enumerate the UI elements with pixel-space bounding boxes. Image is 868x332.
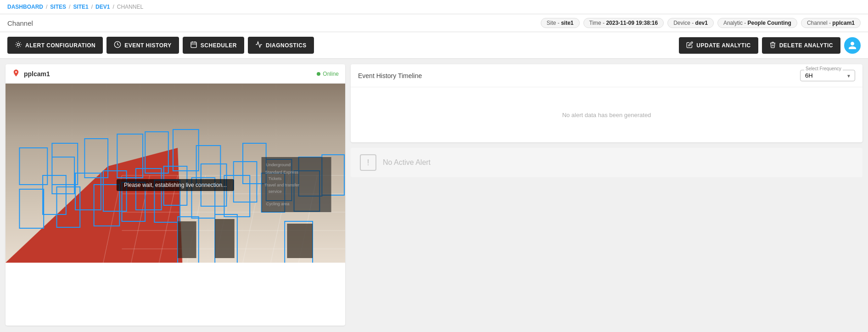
scheduler-label: SCHEDULER xyxy=(201,42,237,49)
info-bar: Channel Site - site1 Time - 2023-11-09 1… xyxy=(0,14,868,32)
no-data-text: No alert data has been generated xyxy=(562,112,651,118)
alert-status-text: No Active Alert xyxy=(383,158,431,167)
breadcrumb-sep-4: / xyxy=(112,4,114,10)
alert-status-card: ! No Active Alert xyxy=(351,148,862,177)
update-icon xyxy=(686,41,693,50)
feed-overlay-text: Please wait, establishing live connectio… xyxy=(117,179,234,191)
camera-name: pplcam1 xyxy=(24,70,50,78)
site-label: Site - xyxy=(547,20,560,26)
toolbar-left: ALERT CONFIGURATION EVENT HISTORY SCHEDU… xyxy=(7,37,314,54)
breadcrumb-sep-1: / xyxy=(46,4,47,10)
breadcrumb-dashboard[interactable]: DASHBOARD xyxy=(7,4,43,10)
site-pill: Site - site1 xyxy=(541,18,580,28)
update-analytic-label: UPDATE ANALYTIC xyxy=(696,42,750,49)
alert-config-icon xyxy=(15,41,22,50)
camera-title: pplcam1 xyxy=(12,69,50,79)
svg-point-0 xyxy=(17,43,19,45)
breadcrumb-dev1[interactable]: DEV1 xyxy=(95,4,110,10)
event-history-title: Event History Timeline xyxy=(358,72,422,79)
alert-config-label: ALERT CONFIGURATION xyxy=(25,42,95,49)
online-indicator xyxy=(317,72,320,76)
meta-items: Site - site1 Time - 2023-11-09 19:38:16 … xyxy=(541,18,861,28)
analytic-pill: Analytic - People Counting xyxy=(717,18,797,28)
diagnostics-label: DIAGNOSTICS xyxy=(266,42,307,49)
scheduler-button[interactable]: SCHEDULER xyxy=(183,37,244,54)
main-content: pplcam1 Online Please wait, establishing… xyxy=(0,59,868,331)
breadcrumb-sep-3: / xyxy=(91,4,93,10)
event-history-header: Event History Timeline Select Frequency … xyxy=(351,64,862,87)
breadcrumb-site1[interactable]: SITE1 xyxy=(73,4,88,10)
event-history-body: No alert data has been generated xyxy=(351,87,862,142)
frequency-selector-wrapper[interactable]: Select Frequency 6H 12H 24H 48H 7D ▼ xyxy=(800,70,855,81)
feed-canvas xyxy=(6,84,345,263)
camera-status: Online xyxy=(317,71,339,77)
camera-panel: pplcam1 Online Please wait, establishing… xyxy=(6,64,345,326)
exclamation-icon: ! xyxy=(367,158,369,168)
svg-rect-2 xyxy=(191,42,196,48)
update-analytic-button[interactable]: UPDATE ANALYTIC xyxy=(679,37,758,54)
event-history-label: EVENT HISTORY xyxy=(124,42,172,49)
scheduler-icon xyxy=(190,41,197,50)
toolbar-right: UPDATE ANALYTIC DELETE ANALYTIC xyxy=(679,37,861,54)
alert-icon-box: ! xyxy=(360,154,376,171)
device-pill: Device - dev1 xyxy=(667,18,714,28)
event-history-button[interactable]: EVENT HISTORY xyxy=(106,37,179,54)
camera-icon xyxy=(12,69,20,79)
right-panel: Event History Timeline Select Frequency … xyxy=(351,64,862,326)
breadcrumb-sites[interactable]: SITES xyxy=(50,4,66,10)
page-title: Channel xyxy=(7,19,33,27)
analytic-value: People Counting xyxy=(748,20,791,26)
device-label: Device - xyxy=(673,20,694,26)
diagnostics-button[interactable]: DIAGNOSTICS xyxy=(248,37,314,54)
site-value: site1 xyxy=(561,20,573,26)
camera-feed: Please wait, establishing live connectio… xyxy=(6,84,345,263)
chevron-down-icon: ▼ xyxy=(846,73,851,78)
frequency-label: Select Frequency xyxy=(804,66,843,71)
camera-header: pplcam1 Online xyxy=(6,64,345,84)
channel-label: Channel - xyxy=(807,20,831,26)
device-value: dev1 xyxy=(695,20,708,26)
frequency-select[interactable]: 6H 12H 24H 48H 7D xyxy=(805,72,841,79)
event-history-card: Event History Timeline Select Frequency … xyxy=(351,64,862,142)
breadcrumb-channel: CHANNEL xyxy=(117,4,143,10)
delete-icon xyxy=(769,41,776,50)
channel-value: pplcam1 xyxy=(832,20,855,26)
time-value: 2023-11-09 19:38:16 xyxy=(606,20,658,26)
time-pill: Time - 2023-11-09 19:38:16 xyxy=(583,18,664,28)
event-history-icon xyxy=(114,41,121,50)
alert-config-button[interactable]: ALERT CONFIGURATION xyxy=(7,37,103,54)
toolbar: ALERT CONFIGURATION EVENT HISTORY SCHEDU… xyxy=(0,32,868,59)
time-label: Time - xyxy=(589,20,605,26)
diagnostics-icon xyxy=(255,41,263,50)
breadcrumb: DASHBOARD / SITES / SITE1 / DEV1 / CHANN… xyxy=(0,0,868,14)
channel-pill: Channel - pplcam1 xyxy=(801,18,861,28)
delete-analytic-label: DELETE ANALYTIC xyxy=(779,42,833,49)
status-label: Online xyxy=(323,71,339,77)
user-avatar-button[interactable] xyxy=(844,37,861,54)
analytic-label: Analytic - xyxy=(723,20,746,26)
delete-analytic-button[interactable]: DELETE ANALYTIC xyxy=(762,37,840,54)
breadcrumb-sep-2: / xyxy=(69,4,70,10)
